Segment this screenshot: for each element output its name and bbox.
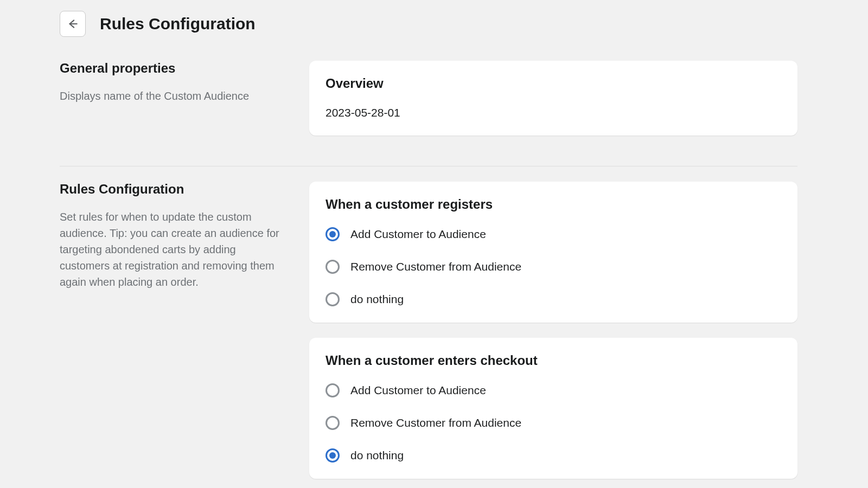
radio-label: Remove Customer from Audience <box>350 260 521 273</box>
checkout-card-title: When a customer enters checkout <box>326 353 781 368</box>
radio-label: Remove Customer from Audience <box>350 416 521 429</box>
page-title: Rules Configuration <box>100 15 256 33</box>
registers-option-nothing[interactable]: do nothing <box>326 292 781 306</box>
checkout-card: When a customer enters checkout Add Cust… <box>309 338 797 479</box>
arrow-left-icon <box>67 18 79 30</box>
radio-icon <box>326 227 340 241</box>
overview-card: Overview 2023-05-28-01 <box>309 61 797 136</box>
rules-description: Set rules for when to update the custom … <box>60 209 288 290</box>
radio-icon <box>326 416 340 430</box>
section-general: General properties Displays name of the … <box>60 61 797 166</box>
registers-option-remove[interactable]: Remove Customer from Audience <box>326 260 781 274</box>
checkout-option-add[interactable]: Add Customer to Audience <box>326 383 781 397</box>
rules-heading: Rules Configuration <box>60 182 288 197</box>
radio-label: do nothing <box>350 293 404 306</box>
radio-label: Add Customer to Audience <box>350 228 486 241</box>
radio-label: do nothing <box>350 449 404 462</box>
section-rules-right: When a customer registers Add Customer t… <box>309 182 797 488</box>
back-button[interactable] <box>60 11 86 37</box>
checkout-option-nothing[interactable]: do nothing <box>326 448 781 463</box>
radio-icon <box>326 448 340 463</box>
checkout-option-remove[interactable]: Remove Customer from Audience <box>326 416 781 430</box>
registers-radio-group: Add Customer to Audience Remove Customer… <box>326 227 781 306</box>
section-rules: Rules Configuration Set rules for when t… <box>60 166 797 488</box>
radio-icon <box>326 260 340 274</box>
page-header: Rules Configuration <box>60 11 797 37</box>
checkout-radio-group: Add Customer to Audience Remove Customer… <box>326 383 781 463</box>
radio-icon <box>326 292 340 306</box>
section-rules-left: Rules Configuration Set rules for when t… <box>60 182 288 488</box>
radio-label: Add Customer to Audience <box>350 384 486 397</box>
registers-card: When a customer registers Add Customer t… <box>309 182 797 323</box>
overview-card-title: Overview <box>326 76 781 91</box>
registers-card-title: When a customer registers <box>326 197 781 212</box>
radio-icon <box>326 383 340 397</box>
section-general-right: Overview 2023-05-28-01 <box>309 61 797 151</box>
section-general-left: General properties Displays name of the … <box>60 61 288 151</box>
general-heading: General properties <box>60 61 288 76</box>
page-container: Rules Configuration General properties D… <box>0 0 868 488</box>
general-description: Displays name of the Custom Audience <box>60 88 288 104</box>
registers-option-add[interactable]: Add Customer to Audience <box>326 227 781 241</box>
overview-card-value: 2023-05-28-01 <box>326 106 781 119</box>
